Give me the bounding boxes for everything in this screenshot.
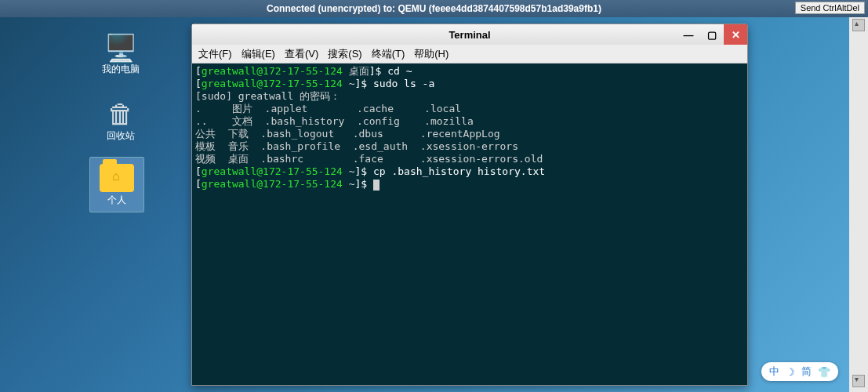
close-button[interactable]: ✕ — [724, 24, 747, 45]
ime-simplified-icon[interactable]: 简 — [801, 365, 812, 379]
send-ctrlaltdel-button[interactable]: Send CtrlAltDel — [795, 2, 865, 14]
desktop-icon-label: 我的电脑 — [93, 63, 148, 76]
maximize-button[interactable]: ▢ — [700, 24, 724, 45]
window-title: Terminal — [449, 29, 490, 41]
scroll-down-button[interactable] — [852, 375, 865, 387]
terminal-window[interactable]: Terminal ― ▢ ✕ 文件(F) 编辑(E) 查看(V) 搜索(S) 终… — [191, 24, 748, 386]
ime-indicator[interactable]: 中 ☽ 简 👕 — [761, 362, 838, 381]
terminal-output[interactable]: [greatwall@172-17-55-124 桌面]$ cd ~ [grea… — [192, 64, 747, 385]
computer-icon: 🖥️ — [93, 33, 148, 63]
desktop-icon-trash[interactable]: 🗑 回收站 — [93, 99, 148, 143]
trash-icon: 🗑 — [93, 99, 148, 129]
menu-search[interactable]: 搜索(S) — [328, 47, 361, 61]
desktop-icon-personal[interactable]: 个人 — [89, 157, 144, 212]
menu-view[interactable]: 查看(V) — [285, 47, 318, 61]
menu-help[interactable]: 帮助(H) — [414, 47, 449, 61]
desktop-icon-computer[interactable]: 🖥️ 我的电脑 — [93, 33, 148, 76]
ime-lang-icon[interactable]: 中 — [769, 365, 779, 379]
menu-file[interactable]: 文件(F) — [198, 47, 232, 61]
desktop-icon-label: 回收站 — [93, 129, 148, 143]
menu-edit[interactable]: 编辑(E) — [242, 47, 275, 61]
folder-icon — [100, 164, 134, 192]
desktop-icon-label: 个人 — [90, 194, 143, 207]
menu-terminal[interactable]: 终端(T) — [372, 47, 405, 61]
scroll-up-button[interactable] — [852, 19, 865, 31]
terminal-menubar: 文件(F) 编辑(E) 查看(V) 搜索(S) 终端(T) 帮助(H) — [192, 45, 747, 64]
terminal-cursor — [373, 180, 380, 191]
minimize-button[interactable]: ― — [677, 24, 700, 45]
desktop-viewport[interactable]: 🖥️ 我的电脑 🗑 回收站 个人 Terminal ― ▢ ✕ 文件(F) 编辑… — [0, 17, 849, 392]
vnc-topbar: Connected (unencrypted) to: QEMU (feeee4… — [0, 0, 868, 17]
window-titlebar[interactable]: Terminal ― ▢ ✕ — [192, 24, 747, 45]
connection-status: Connected (unencrypted) to: QEMU (feeee4… — [267, 3, 601, 14]
ime-moon-icon[interactable]: ☽ — [786, 366, 795, 378]
ime-shirt-icon[interactable]: 👕 — [818, 366, 830, 378]
scrollbar-track[interactable] — [849, 17, 868, 392]
